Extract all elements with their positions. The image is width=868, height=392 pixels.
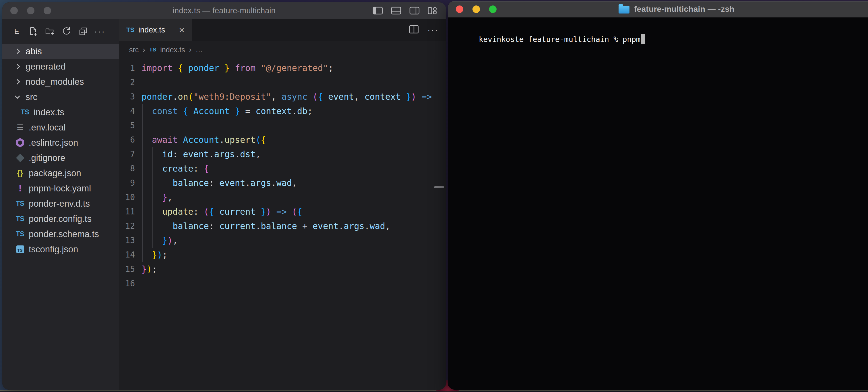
tree-item--gitignore[interactable]: .gitignore [2, 150, 119, 166]
code-line-15[interactable]: 15}); [119, 262, 446, 277]
line-number: 2 [119, 75, 135, 90]
vscode-window: index.ts — feature-multichain E [2, 2, 446, 390]
toggle-primary-sidebar-icon[interactable] [373, 6, 383, 15]
customize-layout-icon[interactable] [428, 6, 437, 15]
line-number: 4 [119, 104, 135, 118]
code-line-6[interactable]: 6 await Account.upsert({ [119, 133, 446, 147]
shell-prompt: kevinkoste feature-multichain % [479, 35, 623, 44]
tree-item-label: ponder-env.d.ts [29, 199, 90, 209]
zoom-window-button[interactable] [43, 7, 51, 15]
chevron-right-icon [14, 64, 20, 69]
typescript-file-icon: TS [15, 230, 25, 238]
tree-item-label: tsconfig.json [29, 244, 78, 255]
tree-item-ponder-config-ts[interactable]: TSponder.config.ts [2, 211, 119, 226]
code-editor[interactable]: 1import { ponder } from "@/generated";23… [119, 59, 446, 390]
chevron-right-icon: › [143, 46, 145, 54]
code-line-2[interactable]: 2 [119, 75, 446, 90]
minimize-window-button[interactable] [27, 7, 34, 15]
tree-item--env-local[interactable]: ☰.env.local [2, 120, 119, 135]
tree-item-tsconfig-json[interactable]: TStsconfig.json [2, 242, 119, 257]
code-line-3[interactable]: 3ponder.on("weth9:Deposit", async ({ eve… [119, 90, 446, 104]
json-file-icon: {} [15, 169, 25, 177]
tree-item-generated[interactable]: generated [2, 59, 119, 74]
terminal-window: feature-multichain — -zsh kevinkoste fea… [448, 1, 868, 390]
code-line-12[interactable]: 12 balance: current.balance + event.args… [119, 219, 446, 233]
line-number: 15 [119, 262, 135, 277]
explorer-header: E ··· [2, 19, 119, 44]
new-file-icon[interactable] [28, 26, 38, 36]
tree-item-index-ts[interactable]: TSindex.ts [2, 105, 119, 120]
tree-item-label: index.ts [34, 107, 64, 117]
typescript-file-icon: TS [20, 108, 30, 116]
line-number: 16 [119, 277, 135, 291]
code-line-11[interactable]: 11 update: ({ current }) => ({ [119, 205, 446, 219]
tree-item-src[interactable]: src [2, 89, 119, 105]
code-line-7[interactable]: 7 id: event.args.dst, [119, 147, 446, 162]
code-line-16[interactable]: 16 [119, 277, 446, 291]
line-number: 1 [119, 61, 135, 75]
refresh-explorer-icon[interactable] [62, 26, 71, 36]
chevron-down-icon [14, 93, 20, 99]
git-file-icon [15, 155, 25, 161]
tree-item-abis[interactable]: abis [2, 44, 119, 59]
tree-item-label: pnpm-lock.yaml [29, 184, 91, 194]
breadcrumb-symbol[interactable]: … [195, 46, 203, 54]
terminal-titlebar[interactable]: feature-multichain — -zsh [448, 1, 868, 18]
explorer-sidebar: E ··· abisgeneratednode_modulessrcTSinde… [2, 19, 119, 390]
close-window-button[interactable] [10, 7, 18, 15]
tab-index-ts[interactable]: TS index.ts × [119, 19, 192, 41]
more-actions-icon[interactable]: ··· [95, 26, 105, 36]
close-tab-icon[interactable]: × [179, 25, 185, 35]
env-file-icon: ☰ [15, 123, 25, 132]
tree-item-pnpm-lock-yaml[interactable]: !pnpm-lock.yaml [2, 181, 119, 196]
code-line-5[interactable]: 5 [119, 118, 446, 133]
line-number: 5 [119, 118, 135, 133]
line-number: 14 [119, 248, 135, 262]
breadcrumb[interactable]: src › TS index.ts › … [119, 41, 446, 59]
typescript-file-icon: TS [15, 215, 25, 223]
code-line-13[interactable]: 13 }), [119, 233, 446, 248]
code-line-8[interactable]: 8 create: { [119, 162, 446, 176]
tree-item-label: src [26, 92, 37, 102]
tree-item-label: .gitignore [29, 153, 65, 163]
minimize-window-button[interactable] [472, 5, 480, 13]
split-editor-icon[interactable] [409, 25, 419, 35]
terminal-window-controls [456, 1, 497, 17]
line-number: 7 [119, 147, 135, 162]
line-number: 9 [119, 176, 135, 190]
code-line-4[interactable]: 4 const { Account } = context.db; [119, 104, 446, 118]
breadcrumb-file[interactable]: index.ts [160, 46, 185, 54]
toggle-secondary-sidebar-icon[interactable] [409, 6, 420, 15]
tsconfig-file-icon: TS [15, 246, 25, 253]
file-tree: abisgeneratednode_modulessrcTSindex.ts☰.… [2, 44, 119, 390]
editor-tabbar: TS index.ts × ··· [119, 19, 446, 41]
tree-item-ponder-env-d-ts[interactable]: TSponder-env.d.ts [2, 196, 119, 211]
new-folder-icon[interactable] [45, 26, 55, 36]
tree-item-label: ponder.schema.ts [29, 229, 99, 240]
terminal-body[interactable]: kevinkoste feature-multichain % pnpm [448, 18, 868, 58]
tree-item-ponder-schema-ts[interactable]: TSponder.schema.ts [2, 226, 119, 242]
tree-item-node-modules[interactable]: node_modules [2, 74, 119, 89]
tree-item-package-json[interactable]: {}package.json [2, 166, 119, 181]
vscode-titlebar[interactable]: index.ts — feature-multichain [2, 2, 446, 19]
toggle-panel-icon[interactable] [391, 6, 401, 15]
zoom-window-button[interactable] [489, 5, 497, 13]
tree-item-label: node_modules [26, 77, 84, 87]
tree-item-label: abis [26, 46, 42, 57]
code-line-9[interactable]: 9 balance: event.args.wad, [119, 176, 446, 190]
code-line-10[interactable]: 10 }, [119, 190, 446, 205]
terminal-window-title: feature-multichain — -zsh [634, 5, 735, 14]
yaml-lock-file-icon: ! [15, 183, 25, 194]
typed-command: pnpm [623, 35, 641, 44]
code-line-1[interactable]: 1import { ponder } from "@/generated"; [119, 61, 446, 75]
eslint-file-icon [15, 138, 25, 147]
line-number: 13 [119, 233, 135, 248]
tree-item--eslintrc-json[interactable]: .eslintrc.json [2, 135, 119, 150]
close-window-button[interactable] [456, 5, 463, 13]
code-line-14[interactable]: 14 }); [119, 248, 446, 262]
editor-more-actions-icon[interactable]: ··· [427, 28, 439, 31]
collapse-folders-icon[interactable] [79, 26, 88, 36]
explorer-title: E [14, 27, 19, 36]
typescript-file-icon: TS [149, 47, 156, 53]
breadcrumb-src[interactable]: src [129, 46, 138, 54]
